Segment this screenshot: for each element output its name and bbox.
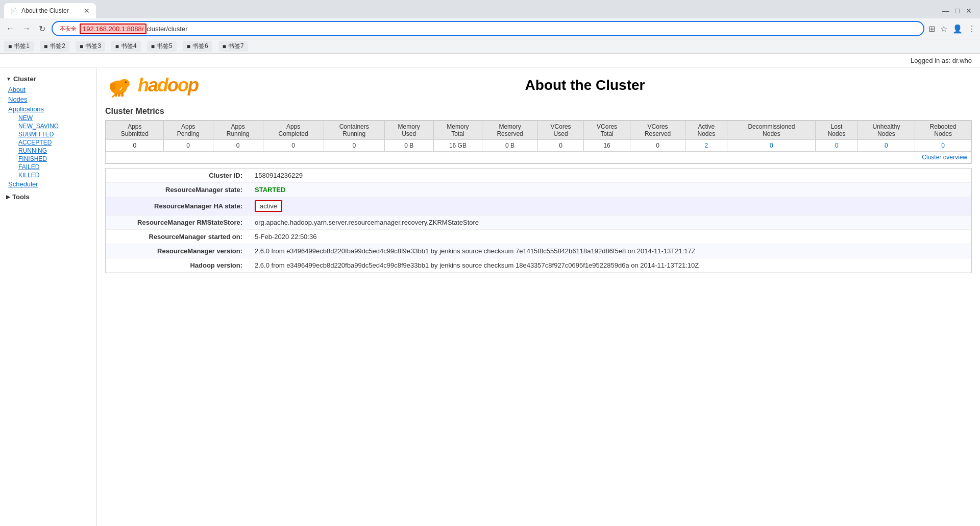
th-memory-total: MemoryTotal <box>433 121 482 140</box>
bookmark-4[interactable]: ■书签4 <box>111 41 141 52</box>
metrics-table: AppsSubmitted AppsPending AppsRunning Ap… <box>106 121 971 152</box>
th-unhealthy-nodes: UnhealthyNodes <box>857 121 915 140</box>
sidebar-applications-sub: NEW NEW_SAVING SUBMITTED ACCEPTED RUNNIN… <box>0 114 96 179</box>
bookmark-3[interactable]: ■书签3 <box>76 41 105 52</box>
sidebar-item-running[interactable]: RUNNING <box>14 147 96 155</box>
th-active-nodes: ActiveNodes <box>685 121 727 140</box>
bookmark-5[interactable]: ■书签5 <box>147 41 177 52</box>
tab-title: About the Cluster <box>21 7 69 14</box>
td-apps-submitted: 0 <box>106 140 164 152</box>
th-decommissioned-nodes: DecommissionedNodes <box>727 121 816 140</box>
sidebar-item-killed[interactable]: KILLED <box>14 171 96 179</box>
refresh-button[interactable]: ↻ <box>37 22 47 36</box>
sidebar-item-failed[interactable]: FAILED <box>14 163 96 171</box>
sidebar-item-accepted[interactable]: ACCEPTED <box>14 138 96 147</box>
page-title: About the Cluster <box>198 72 972 99</box>
sidebar-item-applications[interactable]: Applications <box>0 104 96 114</box>
bookmark-icon[interactable]: ☆ <box>940 24 947 34</box>
th-memory-used: MemoryUsed <box>384 121 433 140</box>
svg-rect-6 <box>121 93 124 97</box>
tab-bar: 📄 About the Cluster ✕ — □ ✕ <box>0 0 980 18</box>
logged-in-label: Logged in as: dr.who <box>911 57 972 64</box>
close-button[interactable]: ✕ <box>966 7 972 15</box>
cluster-id-value: 1580914236229 <box>249 169 971 183</box>
address-url: 192.168.200.1:8088/cluster/cluster <box>80 25 187 33</box>
sidebar-tools-title[interactable]: ▶ Tools <box>0 191 96 203</box>
rm-version-value: 2.6.0 from e3496499ecb8d220fba99dc5ed4c9… <box>249 244 971 258</box>
bookmark-7[interactable]: ■书签7 <box>218 41 248 52</box>
hadoop-text: hadoop <box>138 75 198 96</box>
info-row-rm-version: ResourceManager version: 2.6.0 from e349… <box>106 244 971 258</box>
browser-chrome: 📄 About the Cluster ✕ — □ ✕ ← → ↻ 不安全 19… <box>0 0 980 54</box>
tab-icon: 📄 <box>10 8 17 14</box>
sidebar-item-new[interactable]: NEW <box>14 114 96 122</box>
td-memory-total: 16 GB <box>433 140 482 152</box>
td-rebooted-nodes[interactable]: 0 <box>915 140 971 152</box>
th-memory-reserved: MemoryReserved <box>482 121 538 140</box>
forward-button[interactable]: → <box>20 22 33 35</box>
td-vcores-used: 0 <box>537 140 584 152</box>
info-row-rm-ha-state: ResourceManager HA state: active <box>106 197 971 216</box>
rm-started-label: ResourceManager started on: <box>106 230 249 244</box>
sidebar-item-scheduler[interactable]: Scheduler <box>0 179 96 189</box>
tab-close-button[interactable]: ✕ <box>84 7 90 15</box>
bookmark-1[interactable]: ■书签1 <box>4 41 34 52</box>
sidebar-item-submitted[interactable]: SUBMITTED <box>14 130 96 138</box>
sidebar: ▼ Cluster About Nodes Applications NEW N… <box>0 68 97 526</box>
info-row-hadoop-version: Hadoop version: 2.6.0 from e3496499ecb8d… <box>106 258 971 273</box>
cluster-id-label: Cluster ID: <box>106 169 249 183</box>
hadoop-logo: hadoop <box>105 73 198 98</box>
rm-ha-state-label: ResourceManager HA state: <box>106 197 249 216</box>
bookmark-6[interactable]: ■书签6 <box>183 41 212 52</box>
sidebar-item-new-saving[interactable]: NEW_SAVING <box>14 122 96 130</box>
main-inner: hadoop About the Cluster Cluster Metrics… <box>97 68 980 273</box>
sidebar-cluster-title[interactable]: ▼ Cluster <box>0 73 96 85</box>
sidebar-item-nodes[interactable]: Nodes <box>0 94 96 104</box>
td-apps-completed: 0 <box>263 140 324 152</box>
td-unhealthy-nodes[interactable]: 0 <box>857 140 915 152</box>
info-table-container: Cluster ID: 1580914236229 ResourceManage… <box>105 168 972 273</box>
tools-arrow-icon: ▶ <box>6 194 10 200</box>
rm-version-label: ResourceManager version: <box>106 244 249 258</box>
th-apps-completed: AppsCompleted <box>263 121 324 140</box>
sidebar-item-finished[interactable]: FINISHED <box>14 155 96 163</box>
menu-icon[interactable]: ⋮ <box>968 24 976 34</box>
rm-state-value: STARTED <box>249 183 971 197</box>
rm-store-label: ResourceManager RMStateStore: <box>106 216 249 230</box>
th-rebooted-nodes: RebootedNodes <box>915 121 971 140</box>
account-icon[interactable]: 👤 <box>952 24 963 34</box>
sidebar-cluster-section: ▼ Cluster About Nodes Applications NEW N… <box>0 73 96 189</box>
maximize-button[interactable]: □ <box>955 7 960 15</box>
th-lost-nodes: LostNodes <box>816 121 857 140</box>
svg-rect-4 <box>115 93 118 97</box>
td-lost-nodes[interactable]: 0 <box>816 140 857 152</box>
top-bar: Logged in as: dr.who <box>0 54 980 68</box>
active-tab[interactable]: 📄 About the Cluster ✕ <box>4 3 96 18</box>
td-memory-reserved: 0 B <box>482 140 538 152</box>
info-table: Cluster ID: 1580914236229 ResourceManage… <box>106 169 971 273</box>
url-highlight: 192.168.200.1:8088/ <box>80 23 146 34</box>
insecure-label: 不安全 <box>60 25 77 33</box>
translate-icon[interactable]: ⊞ <box>928 24 935 34</box>
td-vcores-reserved: 0 <box>630 140 685 152</box>
td-vcores-total: 16 <box>584 140 630 152</box>
svg-point-1 <box>119 79 130 88</box>
rm-ha-state-value: active <box>249 197 971 216</box>
sidebar-item-about[interactable]: About <box>0 85 96 94</box>
page-content: ▼ Cluster About Nodes Applications NEW N… <box>0 68 980 526</box>
back-button[interactable]: ← <box>4 22 16 35</box>
td-memory-used: 0 B <box>384 140 433 152</box>
info-row-cluster-id: Cluster ID: 1580914236229 <box>106 169 971 183</box>
ha-state-highlight: active <box>255 200 282 212</box>
td-decommissioned-nodes[interactable]: 0 <box>727 140 816 152</box>
address-bar[interactable]: 不安全 192.168.200.1:8088/cluster/cluster <box>52 21 924 36</box>
td-active-nodes[interactable]: 2 <box>685 140 727 152</box>
th-vcores-used: VCoresUsed <box>537 121 584 140</box>
sidebar-cluster-label: Cluster <box>13 75 36 83</box>
minimize-button[interactable]: — <box>942 7 949 15</box>
info-row-rm-started: ResourceManager started on: 5-Feb-2020 2… <box>106 230 971 244</box>
rm-store-value: org.apache.hadoop.yarn.server.resourcema… <box>249 216 971 230</box>
cluster-overview-link[interactable]: Cluster overview <box>106 152 971 163</box>
bookmark-2[interactable]: ■书签2 <box>40 41 69 52</box>
th-apps-pending: AppsPending <box>163 121 213 140</box>
